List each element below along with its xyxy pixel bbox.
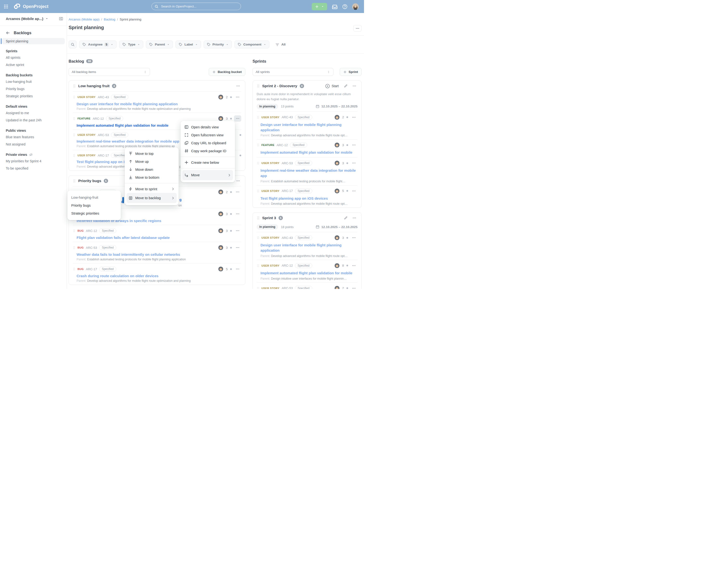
menu-item-low-hanging-fruit[interactable]: Low-hanging-fruit [69,193,119,201]
sidebar-item[interactable]: Active sprint [0,61,67,68]
work-package-title-link[interactable]: Design user interface for mobile flight … [77,102,241,106]
work-package-row[interactable]: USER STORY ARC-17 Specified 5 Test fl [257,185,358,208]
sprint-edit-button[interactable] [343,83,349,89]
sidebar-item[interactable]: Blue team features [0,133,67,141]
sprint-edit-button[interactable] [343,215,349,221]
user-avatar[interactable] [352,3,359,10]
openproject-logo[interactable]: OpenProject [14,4,48,9]
menu-item-open-details[interactable]: Open details view [182,123,233,131]
menu-item-copy-id[interactable]: Copy work package ID [182,147,233,155]
add-sprint-button[interactable]: Sprint [340,68,362,76]
menu-item-move-up[interactable]: Move up [127,157,177,166]
row-more-button[interactable] [350,262,358,269]
sidebar-item-sprint-planning[interactable]: Sprint planning [2,38,65,44]
menu-item-move[interactable]: Move [182,170,233,180]
drag-handle-icon[interactable] [257,264,259,267]
menu-item-priority-bugs[interactable]: Priority bugs [69,201,119,209]
row-more-button[interactable] [234,94,241,100]
breadcrumb-backlog-link[interactable]: Backlog [104,18,115,21]
sprints-select[interactable]: All sprints [253,68,333,76]
row-more-button[interactable] [350,234,358,241]
row-more-button[interactable] [234,189,241,195]
sidebar-item[interactable]: Not assigned [0,141,67,148]
add-backlog-bucket-button[interactable]: Backlog bucket [209,68,245,76]
work-package-row[interactable]: USER STORY ARC-53 Specified 2 Impleme [257,282,358,289]
filter-chip[interactable]: Assignee 5 [79,41,116,48]
work-package-title-link[interactable]: Implement real-time weather data integra… [260,168,358,178]
sidebar-item[interactable]: My priorities for Sprint 4 [0,157,67,165]
work-package-row[interactable]: USER STORY ARC-43 Specified 3 Design [257,232,358,260]
drag-handle-icon[interactable] [257,116,259,119]
drag-handle-icon[interactable] [257,236,259,240]
drag-handle-icon[interactable] [73,95,75,99]
filter-chip[interactable]: Label [176,41,201,48]
drag-handle-icon[interactable] [257,143,259,147]
sidebar-item[interactable]: Updated in the past 24h [0,117,67,124]
sprint-more-button[interactable] [351,83,358,89]
menu-item-move-down[interactable]: Move down [127,166,177,173]
work-package-title-link[interactable]: Implement automated flight plan validati… [260,271,358,276]
sidebar-item[interactable]: All sprints [0,54,67,61]
page-more-button[interactable] [354,25,362,31]
work-package-title-link[interactable]: Implement automated flight plan validati… [260,150,358,155]
menu-item-create-below[interactable]: Create new below [182,158,233,167]
drag-handle-icon[interactable] [257,161,259,165]
menu-item-strategic-priorities[interactable]: Strategic priorities [69,209,119,217]
collapse-sidebar-icon[interactable] [59,17,63,21]
work-package-title-link[interactable]: Design user interface for mobile flight … [260,243,358,253]
breadcrumb-project-link[interactable]: Arcanos (Mobile app) [69,18,99,21]
filter-chip[interactable]: Priority [204,41,232,48]
drag-handle-icon[interactable] [257,189,259,193]
project-selector[interactable]: Arcanos (Mobile ap...) [0,13,67,24]
drag-handle-icon[interactable] [73,117,75,120]
sidebar-item[interactable]: To be specified [0,165,67,172]
global-search[interactable] [151,3,241,10]
work-package-row[interactable]: FEATURE ARC-12 Specified 3 Implement [257,139,358,157]
filter-chip[interactable]: Parent [146,41,173,48]
row-more-button[interactable] [350,142,358,148]
bucket-more-button[interactable] [235,83,241,89]
work-package-title-link[interactable]: Crash during route calculation on older … [77,274,241,278]
notifications-inbox-icon[interactable] [332,4,338,9]
work-package-row[interactable]: BUG ARC-17 Specified 5 Crash during r [73,263,241,285]
work-package-row[interactable]: BUG ARC-12 Specified 3 Flight plan va [73,225,241,242]
row-more-button[interactable] [234,228,241,234]
bucket-more-button[interactable] [235,178,241,184]
row-more-button[interactable] [350,160,358,166]
row-more-button[interactable] [234,266,241,272]
drag-handle-icon[interactable] [73,229,75,232]
row-more-button[interactable] [234,211,241,217]
work-package-title-link[interactable]: Design user interface for mobile flight … [260,122,358,133]
work-package-row[interactable]: USER STORY ARC-12 Specified 8 Impleme [257,260,358,282]
apps-grid-icon[interactable] [4,4,8,9]
backlogs-back-button[interactable]: Backlogs [0,29,67,37]
work-package-title-link[interactable]: Test flight planning app on iOS devices [260,196,358,201]
row-more-button[interactable] [234,245,241,251]
create-new-button[interactable] [312,3,327,10]
work-package-row[interactable]: USER STORY ARC-53 Specified 3 Impleme [257,157,358,185]
search-filter-button[interactable] [69,41,77,48]
drag-handle-icon[interactable] [257,216,260,220]
drag-handle-icon[interactable] [73,84,76,88]
drag-handle-icon[interactable] [257,84,260,88]
filter-all-toggle[interactable]: All [276,43,286,47]
drag-handle-icon[interactable] [73,154,75,157]
drag-handle-icon[interactable] [73,179,76,183]
work-package-title-link[interactable]: Weather data fails to load intermittentl… [77,252,241,256]
filter-chip[interactable]: Type [119,41,144,48]
work-package-title-link[interactable]: Flight plan validation fails after lates… [77,235,241,240]
sidebar-item[interactable]: Assigned to me [0,109,67,117]
menu-item-move-to-backlog[interactable]: Move to backlog [127,193,177,203]
work-package-row[interactable]: USER STORY ARC-43 Specified 2 Design [73,91,241,113]
row-more-button[interactable] [350,114,358,120]
drag-handle-icon[interactable] [73,267,75,271]
sidebar-item[interactable]: Priority bugs [0,85,67,93]
sidebar-item[interactable]: Low-hanging fruit [0,78,67,85]
row-more-button[interactable] [234,115,241,122]
sidebar-item[interactable]: Strategic priorities [0,93,67,100]
row-more-button[interactable] [350,285,358,289]
work-package-row[interactable]: BUG ARC-53 Specified 3 Weather data f [73,242,241,263]
drag-handle-icon[interactable] [73,246,75,249]
work-package-row[interactable]: USER STORY ARC-43 Specified 2 Design [257,111,358,140]
backlog-items-select[interactable]: All backlog items [69,68,150,76]
